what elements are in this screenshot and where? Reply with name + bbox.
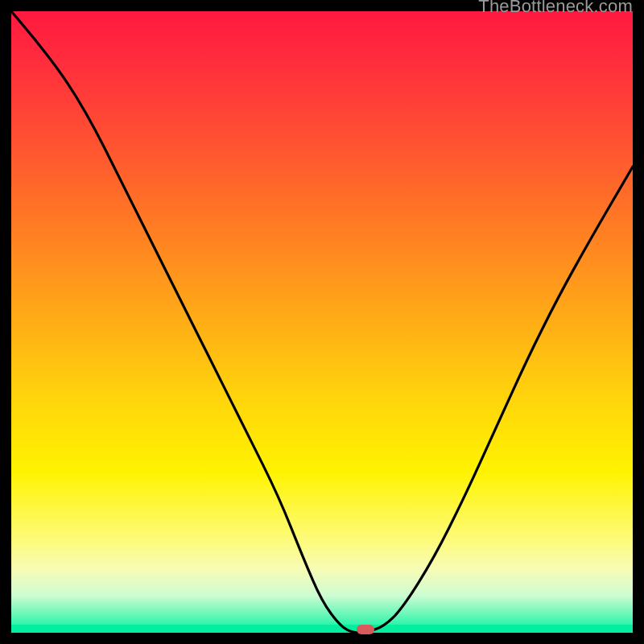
bottleneck-curve bbox=[11, 11, 633, 633]
optimum-marker bbox=[357, 625, 374, 634]
plot-area bbox=[11, 11, 633, 633]
attribution-text: TheBottleneck.com bbox=[478, 0, 633, 17]
chart-frame bbox=[11, 11, 633, 633]
